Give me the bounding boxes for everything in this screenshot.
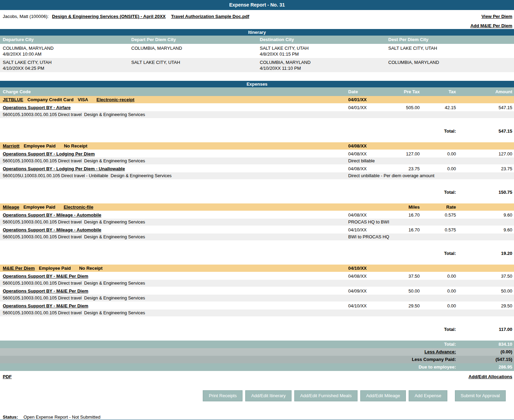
- less-company-paid-value: (547.15): [458, 356, 514, 363]
- footer-links: PDF Add/Edit Allocations: [0, 371, 514, 382]
- charge-code-row: 5600105U.10003.001.00.105 Direct travel …: [0, 172, 514, 179]
- submit-for-approval-button[interactable]: Submit for Approval: [455, 390, 506, 401]
- expense-group-header: JETBLUECompany Credit CardVISAElectronic…: [0, 96, 514, 103]
- col-pre-tax: Pre Tax: [375, 87, 421, 96]
- summary-table: Total: 834.10 Less Advance: (0.00) Less …: [0, 341, 514, 371]
- add-mie-per-diem-link[interactable]: Add M&IE Per Diem: [470, 23, 512, 28]
- add-edit-allocations-link[interactable]: Add/Edit Allocations: [468, 374, 512, 379]
- group-total-row: Total:19.20: [0, 249, 514, 257]
- account-cell: Operations Support BY - Airfare: [0, 103, 345, 111]
- line-note: [345, 295, 514, 302]
- expense-line-row: Operations Support BY - Mileage - Automo…: [0, 226, 514, 233]
- vendor-link[interactable]: JETBLUE: [3, 97, 23, 102]
- spacer-cell: [0, 316, 514, 325]
- group-total-label: Total:: [375, 249, 458, 257]
- add-edit-mileage-button[interactable]: Add/Edit Mileage: [360, 390, 406, 401]
- payment-type-label: Employee Paid: [23, 143, 55, 149]
- group-total-value: 117.00: [458, 325, 514, 333]
- group-total-value: 19.20: [458, 249, 514, 257]
- account-link[interactable]: Operations Support BY - Lodging Per Diem: [3, 151, 95, 156]
- line-tax: 0.00: [421, 150, 458, 158]
- itinerary-header-row: Departure City Depart Per Diem City Dest…: [0, 36, 514, 44]
- charge-code-row: 5600105.10003.001.00.105 Direct travel D…: [0, 309, 514, 316]
- line-tax: 42.15: [421, 103, 458, 111]
- charge-code-text: 5600105.10003.001.00.105 Direct travel D…: [0, 219, 345, 226]
- account-link[interactable]: Operations Support BY - M&IE Per Diem: [3, 274, 88, 279]
- spacer-row: [0, 179, 514, 188]
- account-link[interactable]: Operations Support BY - M&IE Per Diem: [3, 303, 88, 308]
- add-edit-furnished-meals-button[interactable]: Add/Edit Furnished Meals: [294, 390, 358, 401]
- itinerary-row: SALT LAKE CITY, UTAH4/10/20XX 04:25 PMSA…: [0, 58, 514, 72]
- col-depart-per-diem-city: Depart Per Diem City: [128, 36, 257, 44]
- line-note: PROCAS HQ to BWI: [345, 219, 514, 226]
- account-link[interactable]: Operations Support BY - Lodging Per Diem…: [3, 166, 125, 171]
- spacer-row: [0, 196, 514, 203]
- miles-column-label: [375, 265, 421, 272]
- vendor-link[interactable]: Marriott: [3, 143, 19, 149]
- expense-group-header: M&IE Per DiemEmployee PaidNo Receipt04/1…: [0, 265, 514, 272]
- pdf-link[interactable]: PDF: [3, 374, 12, 379]
- report-subheader: Jacobs, Matt (100006): Design & Engineer…: [0, 10, 514, 29]
- depart-per-diem-city-cell: COLUMBIA, MARYLAND: [128, 44, 257, 58]
- account-link[interactable]: Operations Support BY - Mileage - Automo…: [3, 212, 101, 218]
- line-tax: 0.00: [421, 164, 458, 172]
- vendor-cell: JETBLUECompany Credit CardVISAElectronic…: [0, 96, 345, 103]
- col-charge-code: Charge Code: [0, 87, 345, 96]
- line-pre-tax: 37.50: [375, 272, 421, 280]
- spacer-cell: [0, 118, 514, 127]
- receipt-label: No Receipt: [64, 143, 87, 149]
- action-buttons: Print ReceiptsAdd/Edit ItineraryAdd/Edit…: [0, 390, 514, 401]
- receipt-link[interactable]: Electronic-file: [64, 204, 93, 210]
- expense-report-page: Expense Report - No. 31 Jacobs, Matt (10…: [0, 0, 514, 420]
- line-tax: 0.00: [421, 302, 458, 309]
- less-advance-link[interactable]: Less Advance:: [425, 349, 456, 354]
- line-pre-tax: 127.00: [375, 150, 421, 158]
- line-note: Direct billable: [345, 158, 514, 164]
- add-expense-button[interactable]: Add Expense: [409, 390, 447, 401]
- depart-per-diem-city-cell: SALT LAKE CITY, UTAH: [128, 58, 257, 72]
- rate-column-label: [421, 142, 458, 150]
- less-company-paid-label: Less Company Paid:: [375, 356, 458, 363]
- charge-code-text: 5600105.10003.001.00.105 Direct travel D…: [0, 233, 345, 240]
- charge-code-text: 5600105U.10003.001.00.105 Direct travel …: [0, 172, 345, 179]
- account-cell: Operations Support BY - M&IE Per Diem: [0, 302, 345, 309]
- col-departure-city: Departure City: [0, 36, 128, 44]
- itinerary-table: Departure City Depart Per Diem City Dest…: [0, 36, 514, 72]
- group-total-label: Total:: [375, 325, 458, 333]
- group-total-row: Total:117.00: [0, 325, 514, 333]
- account-link[interactable]: Operations Support BY - Airfare: [3, 105, 70, 110]
- view-per-diem-link[interactable]: View Per Diem: [482, 14, 512, 19]
- col-destination-city: Destination City: [257, 36, 386, 44]
- group-header-amount-cell: [458, 96, 514, 103]
- col-date: Date: [345, 87, 375, 96]
- line-amount: 23.75: [458, 164, 514, 172]
- less-advance-value: (0.00): [458, 348, 514, 356]
- line-pre-tax: 29.50: [375, 302, 421, 309]
- add-edit-itinerary-button[interactable]: Add/Edit Itinerary: [245, 390, 292, 401]
- print-receipts-button[interactable]: Print Receipts: [203, 390, 242, 401]
- expense-line-row: Operations Support BY - M&IE Per Diem04/…: [0, 287, 514, 295]
- project-link[interactable]: Design & Engineering Services (ONSITE) -…: [52, 14, 166, 19]
- destination-city-cell: SALT LAKE CITY, UTAH4/8/20XX 01:15 PM: [257, 44, 386, 58]
- payment-type-label: Employee Paid: [39, 266, 70, 271]
- expense-line-row: Operations Support BY - Lodging Per Diem…: [0, 164, 514, 172]
- account-link[interactable]: Operations Support BY - Mileage - Automo…: [3, 227, 101, 232]
- summary-total-value: 834.10: [458, 341, 514, 348]
- line-amount: 29.50: [458, 302, 514, 309]
- receipt-link[interactable]: Electronic-receipt: [96, 97, 134, 102]
- charge-code-row: 5600105.10003.001.00.105 Direct travel D…: [0, 158, 514, 164]
- charge-code-text: 5600105.10003.001.00.105 Direct travel D…: [0, 280, 345, 287]
- spacer-row: [0, 240, 514, 249]
- due-to-employee-value: 286.95: [458, 363, 514, 371]
- account-link[interactable]: Operations Support BY - M&IE Per Diem: [3, 288, 88, 294]
- travel-auth-doc-link[interactable]: Travel Authorization Sample Doc.pdf: [171, 14, 249, 19]
- spacer-cell: [0, 188, 375, 196]
- line-date: 04/08/XX: [345, 211, 375, 219]
- line-pre-tax: 16.70: [375, 226, 421, 233]
- summary-less-advance-row: Less Advance: (0.00): [0, 348, 514, 356]
- expenses-header-row: Charge Code Date Pre Tax Tax Amount: [0, 87, 514, 96]
- vendor-link[interactable]: Mileage: [3, 204, 19, 210]
- line-date: 04/08/XX: [345, 164, 375, 172]
- status-label: Status:: [3, 414, 18, 420]
- vendor-link[interactable]: M&IE Per Diem: [3, 266, 35, 271]
